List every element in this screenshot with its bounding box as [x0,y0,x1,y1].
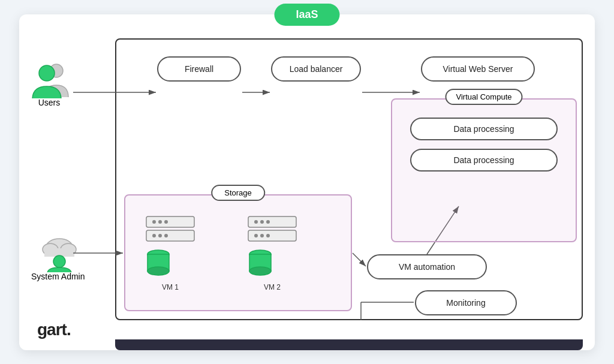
users-label: Users [38,98,61,107]
svg-point-38 [249,267,271,275]
vm2-item: VM 2 [245,213,299,291]
svg-point-31 [266,220,270,224]
admin-label: System Admin [31,272,85,281]
svg-point-22 [152,234,156,237]
firewall-node: Firewall [157,56,241,82]
monitoring-node: Monitoring [415,290,517,315]
svg-point-30 [260,220,264,224]
svg-point-20 [164,220,168,224]
vc-label: Virtual Compute [446,89,523,105]
admin-section: System Admin [31,230,85,281]
vm1-item: VM 1 [143,213,197,291]
svg-point-18 [152,220,156,224]
vws-node: Virtual Web Server [421,56,535,82]
svg-point-35 [266,234,270,237]
svg-point-23 [158,234,162,237]
vc-box: Virtual Compute Data processing Data pro… [391,98,577,242]
svg-point-19 [158,220,162,224]
svg-point-6 [53,255,65,267]
users-icon [31,62,67,95]
vm1-label: VM 1 [162,283,179,291]
svg-point-33 [254,234,258,237]
admin-icon [38,230,77,269]
svg-point-27 [148,267,169,275]
bottom-bar [115,339,583,350]
iaas-badge: IaaS [274,4,339,26]
svg-point-29 [254,220,258,224]
dp1-node: Data processing [410,118,558,140]
vma-node: VM automation [367,254,487,279]
main-container: IaaS Users [19,14,595,350]
svg-point-24 [164,234,168,237]
loadbalancer-node: Load balancer [271,56,361,82]
dp2-node: Data processing [410,149,558,172]
users-section: Users [31,62,67,107]
svg-point-1 [39,65,55,81]
vm2-label: VM 2 [264,283,281,291]
storage-box: Storage VM 1 [124,194,352,311]
svg-point-34 [260,234,264,237]
brand: gart. [37,320,71,339]
storage-label: Storage [211,185,265,201]
